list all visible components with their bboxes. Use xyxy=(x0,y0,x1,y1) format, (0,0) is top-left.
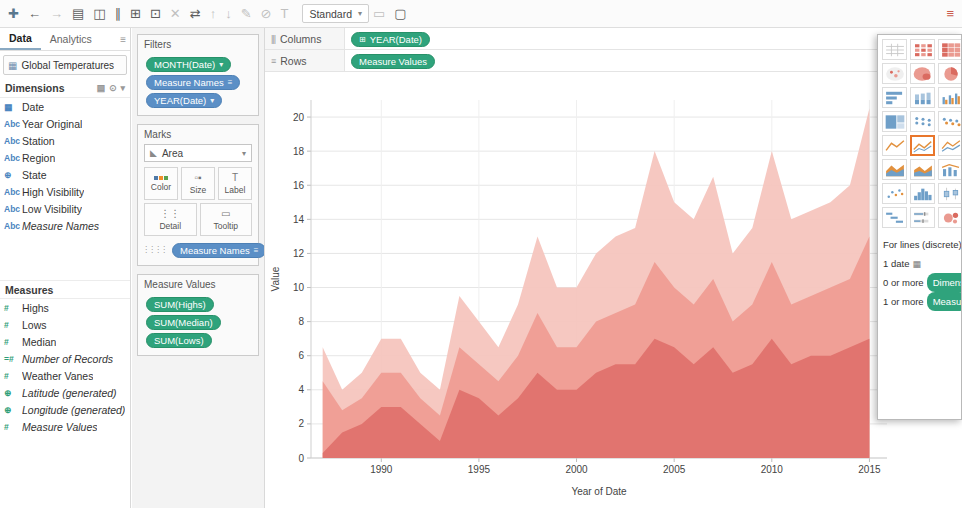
filter-pill-measure-names[interactable]: Measure Names≡ xyxy=(146,75,240,90)
show-me-thumb-continuous-area[interactable] xyxy=(882,159,907,180)
mark-type-dropdown[interactable]: ◣ Area ▾ xyxy=(144,144,252,162)
pill-label: SUM(Median) xyxy=(154,317,213,328)
redo-icon[interactable]: → xyxy=(50,7,63,20)
show-me-thumb-histogram[interactable] xyxy=(910,183,935,204)
field-high-visibility[interactable]: AbcHigh Visibility xyxy=(0,183,130,200)
show-me-thumb-text-table[interactable] xyxy=(882,39,907,60)
field-lows[interactable]: #Lows xyxy=(0,316,130,333)
highlight-icon[interactable]: ✎ xyxy=(241,7,252,20)
marks-pill-measure-names[interactable]: Measure Names≡ xyxy=(172,243,265,258)
datasource-item[interactable]: ▦ Global Temperatures xyxy=(3,55,127,75)
field-date[interactable]: ▦Date xyxy=(0,98,130,115)
database-icon: ▦ xyxy=(8,60,17,71)
show-me-toggle-icon[interactable]: ≡ xyxy=(946,7,954,20)
field-station[interactable]: AbcStation xyxy=(0,132,130,149)
tooltip-button[interactable]: ▭Tooltip xyxy=(200,203,253,236)
area-chart[interactable]: 0246810121416182019901995200020052010201… xyxy=(265,72,962,508)
group-members-icon[interactable]: ⊘ xyxy=(261,7,272,20)
size-button[interactable]: ▫▪Size xyxy=(181,167,215,200)
detail-button[interactable]: ⋮⋮Detail xyxy=(144,203,197,236)
date-field-icon: ▦ xyxy=(4,102,22,112)
field-measure-values[interactable]: #Measure Values xyxy=(0,418,130,435)
show-me-thumb-filled-map[interactable] xyxy=(910,63,935,84)
show-me-req-dimensions: 0 or moreDimens xyxy=(883,273,956,292)
clear-sheet-icon[interactable]: ✕ xyxy=(170,7,181,20)
field-weather-vanes[interactable]: #Weather Vanes xyxy=(0,367,130,384)
show-me-thumb-side-bars[interactable] xyxy=(938,87,962,108)
show-me-thumb-continuous-lines[interactable] xyxy=(882,135,907,156)
show-me-thumb-horizontal-bars[interactable] xyxy=(882,87,907,108)
show-me-thumb-side-circles[interactable] xyxy=(938,111,962,132)
measure-value-pill-sum-median[interactable]: SUM(Median) xyxy=(146,315,221,330)
save-icon[interactable]: ▤ xyxy=(72,7,84,20)
undo-icon[interactable]: ← xyxy=(28,7,41,20)
sort-fields-icon[interactable]: ▾ xyxy=(120,83,125,93)
field-median[interactable]: #Median xyxy=(0,333,130,350)
swap-axes-icon[interactable]: ⇄ xyxy=(190,7,201,20)
filter-pill-month-date[interactable]: MONTH(Date)▾ xyxy=(146,57,231,72)
new-datasource-icon[interactable]: ◫ xyxy=(93,7,105,20)
find-field-icon[interactable]: ⊙ xyxy=(109,83,117,93)
field-state[interactable]: ⊕State xyxy=(0,166,130,183)
sort-ascending-icon[interactable]: ↑ xyxy=(210,7,217,20)
show-me-thumb-box-plot[interactable] xyxy=(938,183,962,204)
fix-axes-icon[interactable]: ▭ xyxy=(373,7,385,20)
rows-pill-measure-values[interactable]: Measure Values xyxy=(351,54,435,69)
tooltip-icon: ▭ xyxy=(221,209,230,219)
pill-label: MONTH(Date) xyxy=(154,59,215,70)
tab-data[interactable]: Data xyxy=(0,28,41,50)
show-me-thumb-circle-views[interactable] xyxy=(910,111,935,132)
sort-descending-icon[interactable]: ↓ xyxy=(225,7,232,20)
calc-field-icon: =# xyxy=(4,354,22,364)
rows-shelf[interactable]: ≡ Rows Measure Values xyxy=(265,50,962,72)
presentation-mode-icon[interactable]: ▢ xyxy=(394,7,406,20)
filter-pill-year-date[interactable]: YEAR(Date)▾ xyxy=(146,93,222,108)
show-me-thumb-packed-bubbles[interactable] xyxy=(938,207,962,228)
show-mark-labels-icon[interactable]: T xyxy=(280,7,288,20)
measure-value-pill-sum-lows[interactable]: SUM(Lows) xyxy=(146,333,212,348)
num-field-icon: # xyxy=(4,371,22,381)
show-me-thumb-discrete-area[interactable] xyxy=(910,159,935,180)
show-me-thumb-highlight-table[interactable] xyxy=(938,39,962,60)
field-year-original[interactable]: AbcYear Original xyxy=(0,115,130,132)
data-pane-options-icon[interactable]: ≡ xyxy=(120,34,126,45)
globe-green-field-icon: ⊕ xyxy=(4,388,22,398)
chevron-down-icon: ▾ xyxy=(242,149,246,158)
show-me-thumb-stacked-bars[interactable] xyxy=(910,87,935,108)
xtick-label: 2000 xyxy=(565,464,588,475)
pause-updates-icon[interactable]: ∥ xyxy=(115,7,122,20)
field-highs[interactable]: #Highs xyxy=(0,299,130,316)
show-me-thumb-gantt[interactable] xyxy=(882,207,907,228)
new-worksheet-icon[interactable]: ⊞ xyxy=(130,7,141,20)
tableau-logo-icon[interactable]: ✚ xyxy=(8,7,19,20)
columns-icon: ||| xyxy=(271,34,275,44)
field-region[interactable]: AbcRegion xyxy=(0,149,130,166)
show-me-thumb-pie-chart[interactable] xyxy=(938,63,962,84)
color-button[interactable]: Color xyxy=(144,167,178,200)
ytick-label: 6 xyxy=(298,350,304,361)
show-me-thumb-symbol-map[interactable] xyxy=(882,63,907,84)
tab-analytics[interactable]: Analytics xyxy=(41,28,101,50)
show-me-thumb-dual-lines[interactable] xyxy=(938,135,962,156)
field-measure-names[interactable]: AbcMeasure Names xyxy=(0,217,130,234)
duplicate-sheet-icon[interactable]: ⊡ xyxy=(150,7,161,20)
num-field-icon: # xyxy=(4,422,22,432)
columns-pill-year-date[interactable]: ⊞YEAR(Date) xyxy=(351,32,430,47)
show-me-footer: For lines (discrete) t 1 date▦ 0 or more… xyxy=(878,232,961,314)
show-me-thumb-dual-combination[interactable] xyxy=(938,159,962,180)
show-me-thumb-bullet[interactable] xyxy=(910,207,935,228)
rows-icon: ≡ xyxy=(271,56,275,66)
show-me-thumb-heat-map[interactable] xyxy=(910,39,935,60)
view-as-icon[interactable]: ▤ xyxy=(96,83,105,93)
show-me-thumb-scatter[interactable] xyxy=(882,183,907,204)
measure-value-pill-sum-highs[interactable]: SUM(Highs) xyxy=(146,297,214,312)
label-button[interactable]: TLabel xyxy=(218,167,252,200)
show-me-thumb-treemap[interactable] xyxy=(882,111,907,132)
fit-dropdown[interactable]: Standard ▾ xyxy=(302,4,369,23)
field-latitude-generated[interactable]: ⊕Latitude (generated) xyxy=(0,384,130,401)
field-longitude-generated[interactable]: ⊕Longitude (generated) xyxy=(0,401,130,418)
field-number-of-records[interactable]: =#Number of Records xyxy=(0,350,130,367)
show-me-thumb-discrete-lines[interactable] xyxy=(910,135,935,156)
field-low-visibility[interactable]: AbcLow Visibility xyxy=(0,200,130,217)
columns-shelf[interactable]: ||| Columns ⊞YEAR(Date) xyxy=(265,28,962,50)
